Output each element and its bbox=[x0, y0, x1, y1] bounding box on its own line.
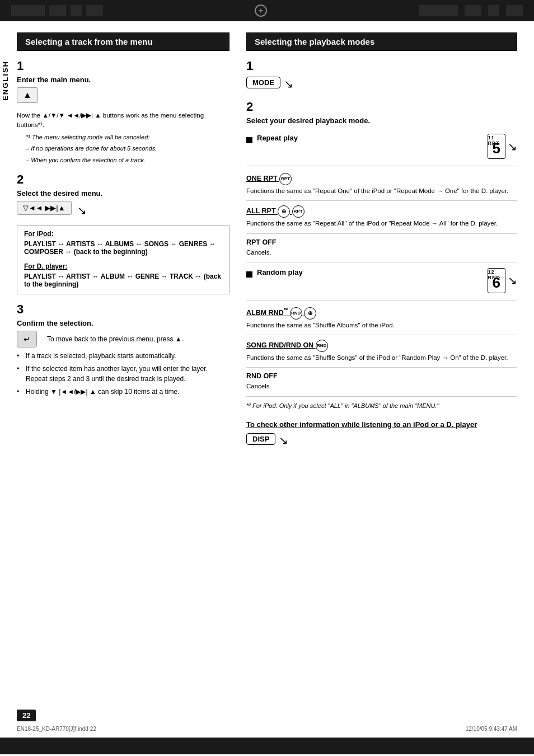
step2-label: Select the desired menu. bbox=[17, 189, 229, 198]
bottom-link-title: To check other information while listeni… bbox=[246, 420, 517, 429]
repeat-play-section: Repeat play 11 RPT 5 ↘ bbox=[246, 134, 517, 166]
rnd-off-block: RND OFF Cancels. bbox=[246, 372, 517, 391]
playback-step2: 2 Select your desired playback mode. bbox=[246, 100, 517, 125]
bottom-info-right: 12/10/05 9:43:47 AM bbox=[466, 726, 517, 732]
dec-block-5 bbox=[419, 5, 458, 16]
rpt-off-block: RPT OFF Cancels. bbox=[246, 238, 517, 257]
bullet-list: If a track is selected, playback starts … bbox=[17, 351, 229, 397]
crosshair-left bbox=[255, 4, 267, 17]
step2-arrow: ↘ bbox=[77, 204, 87, 217]
disp-arrow: ↘ bbox=[279, 434, 288, 447]
step1-block: 1 Enter the main menu. ▲ Now the ▲/▼/▼ ◄… bbox=[17, 59, 229, 165]
albm-circle-badge: ⊕ bbox=[304, 307, 316, 320]
page-number: 22 bbox=[17, 710, 36, 721]
one-rpt-block: ONE RPT RPT Functions the same as "Repea… bbox=[246, 173, 517, 196]
divider-5 bbox=[246, 367, 517, 368]
step3-block: 3 Confirm the selection. ↵ To move back … bbox=[17, 302, 229, 397]
random-play-label: Random play bbox=[257, 268, 303, 276]
dec-block-7 bbox=[488, 5, 499, 16]
disp-button[interactable]: DISP bbox=[246, 433, 275, 445]
dec-block-6 bbox=[465, 5, 481, 16]
step3-icon-row: ↵ To move back to the previous menu, pre… bbox=[17, 331, 229, 348]
footnote2-text: *² For iPod: Only if you select "ALL" in… bbox=[246, 401, 517, 411]
footnote1-item1: – If no operations are done for about 5 … bbox=[26, 144, 229, 153]
divider-4 bbox=[246, 335, 517, 335]
divider-1 bbox=[246, 200, 517, 201]
nav-buttons-icon: ▽◄◄ ▶▶|▲ bbox=[17, 201, 72, 215]
random-play-display: 12 RND 6 ↘ bbox=[482, 268, 517, 293]
footnote1-title: *¹ The menu selecting mode will be cance… bbox=[26, 133, 229, 142]
albm-rnd-block: ALBM RND*² RND ⊕ Functions the same as "… bbox=[246, 307, 517, 330]
step3-sub-text: To move back to the previous menu, press… bbox=[47, 335, 184, 343]
menu-up-icon: ▲ bbox=[17, 87, 38, 103]
repeat-play-label: Repeat play bbox=[257, 134, 298, 142]
rpt-badge: RPT bbox=[279, 173, 292, 185]
top-decorative-bar bbox=[0, 0, 534, 21]
step1-icon-row: ▲ bbox=[17, 87, 229, 107]
ipod-info-box: For iPod: PLAYLIST ↔ ARTISTS ↔ ALBUMS ↔ … bbox=[17, 225, 229, 294]
page-number-bar: 22 bbox=[17, 710, 517, 721]
rpt-off-title: RPT OFF bbox=[246, 238, 517, 246]
rpt-off-text: Cancels. bbox=[246, 248, 517, 257]
bottom-info-bar: EN18-25_KD-AR770[J]f.indd 22 12/10/05 9:… bbox=[17, 726, 517, 732]
bottom-link-section: To check other information while listeni… bbox=[246, 420, 517, 447]
left-section-title: Selecting a track from the menu bbox=[17, 32, 229, 51]
for-d-text: PLAYLIST ↔ ARTIST ↔ ALBUM ↔ GENRE ↔ TRAC… bbox=[24, 273, 222, 288]
song-rnd-title: SONG RND/RND ON RND bbox=[246, 340, 517, 352]
rnd-off-title: RND OFF bbox=[246, 372, 517, 380]
step1-label: Enter the main menu. bbox=[17, 76, 229, 84]
rnd-badge-1: RND bbox=[290, 307, 302, 320]
mode-button[interactable]: MODE bbox=[246, 77, 280, 88]
step3-label: Confirm the selection. bbox=[17, 319, 229, 327]
right-section-title: Selecting the playback modes bbox=[246, 32, 517, 51]
random-play-arrow: ↘ bbox=[508, 274, 517, 287]
page-content: ENGLISH Selecting a track from the menu … bbox=[0, 21, 534, 738]
albm-rnd-title: ALBM RND*² RND ⊕ bbox=[246, 307, 517, 320]
step2-number: 2 bbox=[17, 172, 229, 187]
divider-6 bbox=[246, 396, 517, 397]
random-play-section: Random play 12 RND 6 ↘ bbox=[246, 268, 517, 300]
random-display-box: 12 RND 6 bbox=[488, 268, 505, 293]
random-play-square bbox=[246, 271, 252, 278]
repeat-play-square bbox=[246, 137, 252, 143]
one-rpt-title: ONE RPT RPT bbox=[246, 173, 517, 185]
rpt-badge-2: RPT bbox=[292, 205, 305, 218]
playback-step1: 1 MODE ↘ bbox=[246, 59, 517, 91]
right-column: Selecting the playback modes 1 MODE ↘ 2 … bbox=[246, 32, 517, 704]
left-column: ENGLISH Selecting a track from the menu … bbox=[17, 32, 229, 704]
song-rnd-block: SONG RND/RND ON RND Functions the same a… bbox=[246, 340, 517, 363]
albm-rnd-text: Functions the same as "Shuffle Albums" o… bbox=[246, 321, 517, 330]
disp-button-row: DISP ↘ bbox=[246, 433, 517, 447]
repeat-display-box: 11 RPT 5 bbox=[488, 134, 505, 159]
repeat-play-arrow: ↘ bbox=[508, 140, 517, 153]
mode-arrow-icon: ↘ bbox=[284, 77, 293, 91]
bullet-item-3: Holding ▼ |◄◄/▶▶| ▲ can skip 10 items at… bbox=[17, 387, 229, 397]
dec-block-2 bbox=[49, 5, 66, 16]
english-label: ENGLISH bbox=[1, 60, 10, 101]
dec-block-8 bbox=[506, 5, 523, 16]
all-badge: ⊕ bbox=[278, 205, 290, 218]
step2-icon-row: ▽◄◄ ▶▶|▲ ↘ bbox=[17, 201, 229, 219]
all-rpt-text: Functions the same as "Repeat All" of th… bbox=[246, 219, 517, 228]
divider-2 bbox=[246, 233, 517, 234]
song-rnd-text: Functions the same as "Shuffle Songs" of… bbox=[246, 353, 517, 363]
bottom-info-left: EN18-25_KD-AR770[J]f.indd 22 bbox=[17, 726, 96, 732]
repeat-display-label: 11 RPT bbox=[488, 135, 503, 146]
dec-block-1 bbox=[11, 5, 45, 16]
rnd-badge-2: RND bbox=[316, 340, 328, 352]
bottom-decorative-bar bbox=[0, 738, 534, 754]
all-rpt-title: ALL RPT ⊕ RPT bbox=[246, 205, 517, 218]
confirm-icon: ↵ bbox=[17, 331, 37, 348]
random-display-label: 12 RND bbox=[488, 269, 503, 280]
dec-block-4 bbox=[86, 5, 103, 16]
step1-text: Now the ▲/▼/▼ ◄◄/▶▶| ▲ buttons work as t… bbox=[17, 111, 229, 130]
one-rpt-text: Functions the same as "Repeat One" of th… bbox=[246, 186, 517, 196]
bullet-item-1: If a track is selected, playback starts … bbox=[17, 351, 229, 361]
step3-number: 3 bbox=[17, 302, 229, 317]
step2-block: 2 Select the desired menu. ▽◄◄ ▶▶|▲ ↘ Fo… bbox=[17, 172, 229, 294]
divider-3 bbox=[246, 262, 517, 262]
right-step2-label: Select your desired playback mode. bbox=[246, 116, 517, 125]
dec-block-3 bbox=[71, 5, 82, 16]
mode-button-row: MODE ↘ bbox=[246, 77, 517, 91]
two-column-layout: ENGLISH Selecting a track from the menu … bbox=[17, 32, 517, 704]
